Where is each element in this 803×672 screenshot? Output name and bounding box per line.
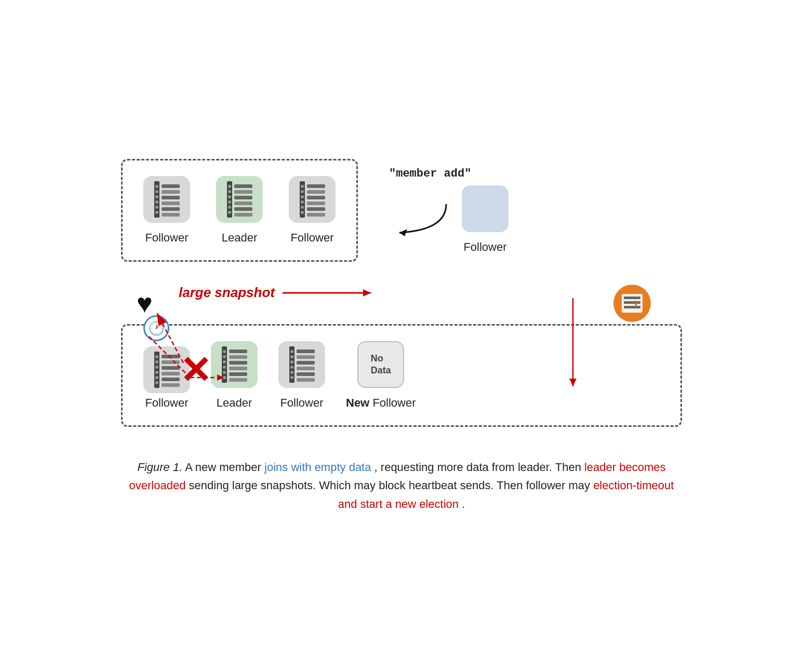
svg-rect-11 bbox=[162, 201, 180, 205]
main-container: Follower bbox=[90, 138, 713, 534]
bottom-follower-2-label: Follower bbox=[280, 396, 323, 410]
svg-point-18 bbox=[228, 200, 231, 204]
bottom-new-follower-suffix: Follower bbox=[372, 396, 416, 409]
caption-figure: Figure 1. bbox=[137, 461, 182, 474]
svg-rect-26 bbox=[234, 213, 252, 217]
svg-point-33 bbox=[301, 211, 304, 214]
diagram-wrapper: ♥ large snapshot bbox=[121, 283, 682, 427]
top-follower-2: Follower bbox=[289, 176, 336, 245]
svg-point-31 bbox=[301, 200, 304, 204]
svg-rect-90 bbox=[297, 378, 315, 382]
top-follower-1-icon bbox=[143, 176, 190, 223]
svg-point-53 bbox=[155, 355, 158, 358]
svg-rect-86 bbox=[297, 355, 315, 359]
new-prefix: New bbox=[346, 396, 369, 409]
caption-text1: A new member bbox=[185, 461, 264, 474]
svg-rect-35 bbox=[307, 190, 325, 194]
snapshot-arrows: large snapshot bbox=[168, 283, 428, 324]
svg-point-5 bbox=[155, 200, 158, 204]
svg-point-80 bbox=[290, 355, 293, 358]
top-follower-1-label: Follower bbox=[145, 231, 188, 245]
top-follower-2-icon bbox=[289, 176, 336, 223]
svg-rect-64 bbox=[162, 383, 180, 387]
top-follower-1: Follower bbox=[143, 176, 190, 245]
svg-point-79 bbox=[290, 350, 293, 353]
svg-rect-61 bbox=[162, 366, 180, 370]
svg-rect-23 bbox=[234, 196, 252, 199]
svg-rect-74 bbox=[229, 361, 247, 365]
svg-point-3 bbox=[155, 190, 158, 193]
svg-rect-89 bbox=[297, 372, 315, 376]
svg-rect-8 bbox=[162, 184, 180, 188]
svg-point-55 bbox=[155, 366, 158, 369]
svg-rect-88 bbox=[297, 367, 315, 370]
svg-rect-39 bbox=[307, 213, 325, 217]
top-leader-label: Leader bbox=[222, 231, 258, 245]
bottom-dashed-box: 🕐 ✕ bbox=[121, 324, 682, 427]
caption-text4: . bbox=[462, 498, 465, 510]
svg-point-2 bbox=[155, 185, 158, 188]
svg-rect-38 bbox=[307, 207, 325, 211]
no-data-box: NoData bbox=[357, 341, 404, 388]
top-follower-2-label: Follower bbox=[290, 231, 333, 245]
svg-rect-87 bbox=[297, 361, 315, 365]
svg-point-7 bbox=[155, 211, 158, 214]
member-add-arrow-icon bbox=[389, 199, 451, 240]
svg-point-6 bbox=[155, 206, 158, 209]
svg-point-81 bbox=[290, 360, 293, 364]
clock-badge: 🕐 bbox=[143, 315, 169, 341]
svg-text:large snapshot: large snapshot bbox=[179, 285, 275, 300]
svg-point-29 bbox=[301, 190, 304, 193]
svg-point-4 bbox=[155, 195, 158, 198]
bottom-new-follower: NoData New Follower bbox=[346, 341, 416, 410]
x-mark-icon: ✕ bbox=[180, 352, 211, 389]
svg-point-17 bbox=[228, 195, 231, 198]
svg-rect-13 bbox=[162, 213, 180, 217]
svg-rect-85 bbox=[297, 350, 315, 353]
top-dashed-box: Follower bbox=[121, 159, 358, 262]
caption-blue1: joins with empty data bbox=[264, 461, 371, 474]
svg-marker-43 bbox=[363, 289, 371, 297]
member-add-label: "member add" bbox=[389, 167, 471, 180]
top-new-follower-label: Follower bbox=[463, 240, 506, 254]
caption-text2: , requesting more data from leader. Then bbox=[374, 461, 584, 474]
svg-point-66 bbox=[223, 350, 226, 353]
svg-point-69 bbox=[223, 366, 226, 369]
caption-text3: sending large snapshots. Which may block… bbox=[189, 479, 594, 492]
svg-point-28 bbox=[301, 185, 304, 188]
top-new-follower: Follower bbox=[462, 185, 508, 254]
svg-rect-60 bbox=[162, 360, 180, 364]
no-data-label: NoData bbox=[371, 353, 391, 377]
svg-point-84 bbox=[290, 376, 293, 379]
bottom-follower-2: Follower bbox=[278, 341, 325, 410]
svg-rect-25 bbox=[234, 207, 252, 211]
bottom-leader-label: Leader bbox=[217, 396, 252, 410]
svg-point-54 bbox=[155, 360, 158, 364]
svg-rect-73 bbox=[229, 355, 247, 359]
svg-rect-72 bbox=[229, 350, 247, 353]
svg-rect-34 bbox=[307, 184, 325, 188]
svg-point-20 bbox=[228, 211, 231, 214]
bottom-follower-1-label: Follower bbox=[145, 396, 188, 410]
svg-point-83 bbox=[290, 371, 293, 374]
top-new-follower-icon bbox=[462, 185, 508, 232]
top-leader: Leader bbox=[216, 176, 263, 245]
svg-point-15 bbox=[228, 185, 231, 188]
svg-point-16 bbox=[228, 190, 231, 193]
svg-rect-37 bbox=[307, 201, 325, 205]
bottom-follower-2-icon bbox=[278, 341, 325, 388]
svg-rect-36 bbox=[307, 196, 325, 199]
svg-rect-9 bbox=[162, 190, 180, 194]
svg-rect-10 bbox=[162, 196, 180, 199]
svg-rect-21 bbox=[234, 184, 252, 188]
bottom-new-follower-label: New Follower bbox=[346, 396, 416, 410]
caption: Figure 1. A new member joins with empty … bbox=[121, 458, 682, 513]
svg-rect-45 bbox=[624, 297, 640, 299]
svg-point-32 bbox=[301, 206, 304, 209]
svg-point-82 bbox=[290, 366, 293, 369]
svg-point-68 bbox=[223, 360, 226, 364]
svg-marker-50 bbox=[217, 374, 224, 381]
svg-rect-12 bbox=[162, 207, 180, 211]
svg-point-19 bbox=[228, 206, 231, 209]
svg-rect-75 bbox=[229, 367, 247, 370]
